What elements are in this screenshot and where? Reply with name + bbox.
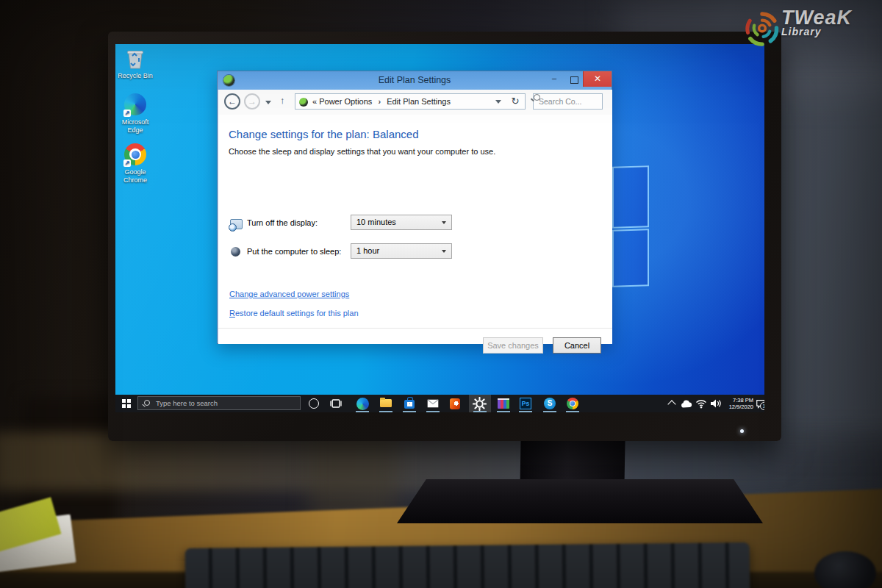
search-placeholder: Search Co...	[539, 94, 581, 109]
breadcrumb-item-edit-plan-settings[interactable]: Edit Plan Settings	[387, 97, 451, 106]
minimize-button[interactable]: –	[544, 71, 564, 87]
recycle-bin-icon	[123, 47, 147, 71]
restore-defaults-link[interactable]: Restore default settings for this plan	[229, 309, 359, 318]
shortcut-arrow-icon: ↗	[123, 159, 131, 167]
up-arrow-icon: ↑	[280, 95, 285, 106]
skype-icon: S	[544, 398, 556, 409]
search-box[interactable]: Search Co...	[533, 93, 603, 110]
breadcrumb-collapsed-marker: «	[312, 97, 317, 106]
maximize-icon	[570, 76, 578, 84]
desktop-icon-label: Microsoft Edge	[116, 118, 154, 135]
display-timeout-value: 10 minutes	[356, 215, 396, 229]
keyboard	[185, 542, 750, 588]
sleep-timeout-dropdown[interactable]: 1 hour	[351, 243, 452, 259]
chrome-icon: ↗	[123, 143, 147, 167]
page-description: Choose the sleep and display settings th…	[229, 147, 495, 156]
up-button[interactable]: ↑	[280, 95, 285, 106]
taskbar-task-view-button[interactable]	[326, 395, 346, 412]
taskbar-search-placeholder: Type here to search	[156, 397, 218, 409]
back-button[interactable]: ←	[224, 93, 240, 110]
running-indicator	[403, 411, 416, 412]
photoshop-icon: Ps	[520, 398, 531, 409]
running-indicator	[519, 411, 532, 412]
close-button[interactable]: ✕	[583, 71, 612, 87]
breadcrumb: « Power Options › Edit Plan Settings	[312, 94, 451, 109]
edit-plan-settings-window: Edit Plan Settings – ✕ ←	[217, 71, 612, 344]
edge-icon	[356, 398, 369, 410]
volume-icon[interactable]	[710, 399, 722, 408]
wifi-icon[interactable]	[695, 399, 707, 409]
forward-button[interactable]: →	[244, 93, 260, 110]
taskbar-photoshop-button[interactable]: Ps	[515, 395, 536, 412]
desktop-icon-edge[interactable]: ↗ Microsoft Edge	[115, 93, 159, 135]
power-options-icon	[299, 98, 308, 107]
title-bar[interactable]: Edit Plan Settings – ✕	[218, 71, 612, 90]
tray-clock[interactable]: 7:38 PM 12/9/2020	[723, 397, 753, 410]
taskbar-file-explorer-button[interactable]	[376, 395, 396, 412]
save-changes-button[interactable]: Save changes	[483, 337, 543, 354]
taskbar-chrome-button[interactable]	[562, 395, 583, 412]
start-button[interactable]	[115, 395, 136, 412]
running-indicator	[497, 411, 510, 412]
sleep-setting-label: Put the computer to sleep:	[247, 247, 341, 256]
scene: Recycle Bin ↗ Microsoft Edge ↗ Google Ch…	[0, 0, 882, 588]
windows-logo-icon	[122, 399, 131, 408]
display-setting-label: Turn off the display:	[247, 218, 318, 227]
tray-expand-icon[interactable]	[667, 400, 675, 408]
forward-arrow-icon: →	[248, 96, 257, 107]
power-led	[740, 429, 744, 433]
cancel-button[interactable]: Cancel	[553, 337, 601, 354]
taskbar-search-box[interactable]: Type here to search	[137, 396, 301, 410]
power-options-icon	[223, 75, 234, 86]
tweak-spiral-icon	[743, 9, 781, 49]
winrar-icon	[498, 398, 509, 409]
running-indicator	[356, 411, 369, 412]
tray-date: 12/9/2020	[723, 404, 753, 410]
desktop-icon-chrome[interactable]: ↗ Google Chrome	[115, 143, 159, 184]
screen: Recycle Bin ↗ Microsoft Edge ↗ Google Ch…	[115, 44, 764, 412]
refresh-button[interactable]: ↻	[506, 93, 526, 110]
taskbar-skype-button[interactable]: S	[539, 395, 560, 412]
taskbar-cortana-button[interactable]	[304, 395, 324, 412]
address-dropdown-icon[interactable]	[495, 100, 501, 104]
running-indicator	[426, 411, 440, 412]
tweak-library-logo: TWeaK Library	[739, 6, 875, 50]
history-dropdown-button[interactable]	[265, 101, 271, 104]
settings-gear-icon	[473, 397, 487, 412]
monitor: Recycle Bin ↗ Microsoft Edge ↗ Google Ch…	[108, 32, 781, 441]
taskbar: Type here to search	[115, 395, 764, 412]
tray-time: 7:38 PM	[723, 397, 753, 404]
file-explorer-icon	[380, 399, 392, 407]
notification-center-button[interactable]: 1	[756, 398, 764, 409]
taskbar-store-button[interactable]	[399, 395, 420, 412]
cortana-icon	[309, 398, 319, 409]
display-timeout-dropdown[interactable]: 10 minutes	[351, 215, 452, 230]
chevron-down-icon	[442, 250, 446, 253]
mail-icon	[427, 399, 439, 408]
desktop-icon-recycle-bin[interactable]: Recycle Bin	[115, 47, 159, 80]
taskbar-mail-button[interactable]	[423, 395, 443, 412]
shortcut-arrow-icon: ↗	[123, 110, 131, 117]
advanced-power-settings-link[interactable]: Change advanced power settings	[229, 290, 349, 298]
onedrive-cloud-icon[interactable]	[680, 400, 693, 409]
store-icon	[404, 400, 415, 409]
sleep-icon	[231, 247, 240, 257]
back-arrow-icon: ←	[228, 96, 237, 107]
chevron-down-icon	[442, 221, 446, 224]
taskbar-office-button[interactable]	[445, 395, 465, 412]
address-bar[interactable]: « Power Options › Edit Plan Settings	[295, 93, 506, 110]
sleep-timeout-value: 1 hour	[356, 244, 379, 258]
taskbar-edge-button[interactable]	[352, 395, 373, 412]
monitor-stand-base	[397, 479, 763, 523]
windows-logo-pane	[612, 165, 649, 229]
refresh-icon: ↻	[512, 96, 520, 107]
office-icon	[450, 398, 460, 409]
taskbar-winrar-button[interactable]	[493, 395, 514, 412]
close-icon: ✕	[594, 74, 601, 84]
taskbar-settings-button[interactable]	[469, 395, 491, 412]
brand-name: TWeaK	[781, 7, 852, 28]
breadcrumb-item-power-options[interactable]: Power Options	[319, 97, 372, 106]
window-content: Change settings for the plan: Balanced C…	[218, 115, 612, 344]
maximize-button[interactable]	[564, 71, 584, 87]
breadcrumb-separator-icon: ›	[378, 94, 381, 109]
